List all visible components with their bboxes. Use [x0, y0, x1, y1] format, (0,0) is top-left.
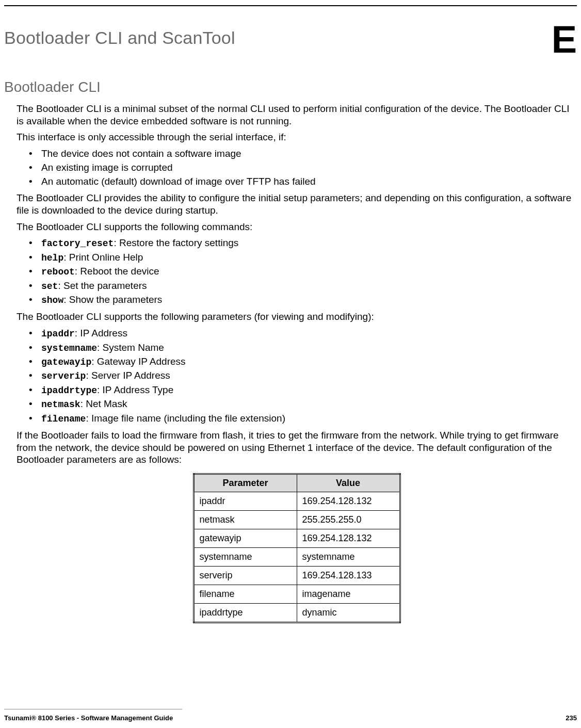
list-item: An automatic (default) download of image… [29, 175, 577, 188]
list-item: set: Set the parameters [29, 280, 577, 293]
command-desc: : Show the parameters [63, 294, 162, 305]
list-item: factory_reset: Restore the factory setti… [29, 237, 577, 250]
table-row: filename imagename [193, 585, 400, 604]
bootloader-defaults-table: Parameter Value ipaddr 169.254.128.132 n… [193, 473, 401, 623]
command-name: help [41, 253, 63, 263]
table-cell: systemname [193, 548, 297, 567]
table-row: netmask 255.255.255.0 [193, 511, 400, 529]
table-row: ipaddr 169.254.128.132 [193, 492, 400, 511]
section-title: Bootloader CLI [4, 79, 577, 95]
list-item: An existing image is corrupted [29, 161, 577, 174]
command-name: factory_reset [41, 238, 114, 249]
footer-left: Tsunami® 8100 Series - Software Manageme… [4, 714, 173, 722]
table-cell: imagename [297, 585, 400, 604]
param-desc: : System Name [97, 342, 164, 353]
footer-page-number: 235 [566, 714, 577, 722]
param-name: gatewayip [41, 357, 91, 367]
table-cell: dynamic [297, 604, 400, 623]
paragraph: The Bootloader CLI provides the ability … [17, 192, 577, 217]
command-desc: : Restore the factory settings [114, 237, 238, 248]
table-wrap: Parameter Value ipaddr 169.254.128.132 n… [17, 473, 577, 623]
footer-rule [4, 709, 182, 709]
param-name: serverip [41, 371, 86, 381]
chapter-title: Bootloader CLI and ScanTool [4, 28, 235, 48]
table-cell: 169.254.128.132 [297, 492, 400, 511]
command-desc: : Print Online Help [63, 252, 143, 263]
table-cell: 169.254.128.132 [297, 529, 400, 548]
command-name: show [41, 295, 63, 305]
paragraph: The Bootloader CLI is a minimal subset o… [17, 103, 577, 127]
param-name: ipaddrtype [41, 385, 97, 396]
table-cell: 169.254.128.133 [297, 567, 400, 585]
paragraph: The Bootloader CLI supports the followin… [17, 221, 577, 233]
chapter-letter: E [552, 24, 577, 56]
command-desc: : Reboot the device [75, 266, 159, 277]
table-row: ipaddrtype dynamic [193, 604, 400, 623]
command-name: reboot [41, 267, 75, 277]
table-header: Value [297, 474, 400, 492]
table-cell: gatewayip [193, 529, 297, 548]
conditions-list: The device does not contain a software i… [17, 148, 577, 188]
command-desc: : Set the parameters [58, 280, 147, 291]
table-cell: 255.255.255.0 [297, 511, 400, 529]
param-desc: : Image file name (including the file ex… [86, 413, 285, 424]
param-name: filename [41, 414, 86, 424]
table-row: systemname systemname [193, 548, 400, 567]
list-item: netmask: Net Mask [29, 398, 577, 411]
command-name: set [41, 281, 58, 292]
table-cell: ipaddrtype [193, 604, 297, 623]
param-desc: : IP Address Type [97, 384, 173, 395]
param-name: systemname [41, 343, 97, 353]
param-desc: : Server IP Address [86, 370, 170, 381]
table-header: Parameter [193, 474, 297, 492]
param-desc: : Gateway IP Address [91, 356, 185, 367]
list-item: filename: Image file name (including the… [29, 412, 577, 425]
paragraph: The Bootloader CLI supports the followin… [17, 311, 577, 323]
table-cell: netmask [193, 511, 297, 529]
chapter-header: Bootloader CLI and ScanTool E [4, 28, 577, 56]
list-item: systemname: System Name [29, 342, 577, 354]
list-item: ipaddr: IP Address [29, 327, 577, 340]
section-content: The Bootloader CLI is a minimal subset o… [4, 103, 577, 623]
table-cell: serverip [193, 567, 297, 585]
param-desc: : Net Mask [80, 398, 127, 409]
param-name: ipaddr [41, 329, 75, 339]
list-item: ipaddrtype: IP Address Type [29, 384, 577, 397]
table-cell: ipaddr [193, 492, 297, 511]
param-name: netmask [41, 399, 80, 410]
table-cell: filename [193, 585, 297, 604]
list-item: The device does not contain a software i… [29, 148, 577, 160]
paragraph: If the Bootloader fails to load the firm… [17, 429, 577, 466]
table-row: serverip 169.254.128.133 [193, 567, 400, 585]
list-item: reboot: Reboot the device [29, 265, 577, 278]
param-desc: : IP Address [75, 328, 127, 338]
list-item: gatewayip: Gateway IP Address [29, 355, 577, 368]
list-item: show: Show the parameters [29, 294, 577, 306]
paragraph: This interface is only accessible throug… [17, 131, 577, 143]
table-row: gatewayip 169.254.128.132 [193, 529, 400, 548]
parameters-list: ipaddr: IP Address systemname: System Na… [17, 327, 577, 425]
top-rule [4, 5, 577, 6]
list-item: serverip: Server IP Address [29, 369, 577, 382]
commands-list: factory_reset: Restore the factory setti… [17, 237, 577, 306]
page-footer: Tsunami® 8100 Series - Software Manageme… [4, 714, 577, 722]
list-item: help: Print Online Help [29, 251, 577, 264]
table-cell: systemname [297, 548, 400, 567]
